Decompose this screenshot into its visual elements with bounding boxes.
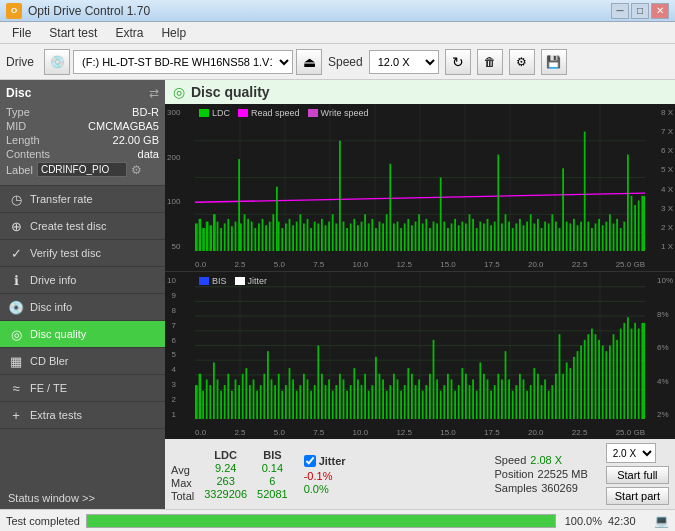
svg-rect-22 bbox=[224, 223, 226, 251]
sidebar-item-disc-quality[interactable]: ◎ Disc quality bbox=[0, 321, 165, 348]
svg-rect-70 bbox=[393, 223, 395, 251]
maximize-button[interactable]: □ bbox=[631, 3, 649, 19]
sidebar-item-cd-bler[interactable]: ▦ CD Bler bbox=[0, 348, 165, 375]
sidebar-item-label: Verify test disc bbox=[30, 247, 157, 259]
svg-rect-127 bbox=[598, 219, 600, 251]
disc-label-input[interactable] bbox=[37, 162, 127, 177]
ldc-max: 263 bbox=[204, 475, 247, 487]
fe-te-icon: ≈ bbox=[8, 380, 24, 396]
svg-rect-277 bbox=[623, 323, 625, 419]
jitter-checkbox[interactable] bbox=[304, 455, 316, 467]
svg-rect-126 bbox=[595, 223, 597, 251]
svg-rect-139 bbox=[641, 196, 645, 251]
svg-rect-251 bbox=[530, 385, 532, 419]
svg-rect-23 bbox=[227, 219, 229, 251]
time-display: 42:30 bbox=[608, 515, 648, 527]
svg-rect-61 bbox=[361, 222, 363, 251]
svg-rect-112 bbox=[544, 222, 546, 251]
svg-rect-93 bbox=[476, 228, 478, 251]
svg-rect-137 bbox=[634, 205, 636, 251]
status-window-label: Status window >> bbox=[8, 492, 95, 504]
y-axis-right-bottom: 10% 8% 6% 4% 2% bbox=[657, 276, 673, 419]
svg-rect-210 bbox=[382, 379, 384, 419]
sidebar-item-extra-tests[interactable]: + Extra tests bbox=[0, 402, 165, 429]
menu-help[interactable]: Help bbox=[153, 24, 194, 42]
jitter-col-header: Jitter bbox=[319, 455, 346, 467]
drive-select[interactable]: (F:) HL-DT-ST BD-RE WH16NS58 1.V1 bbox=[73, 50, 293, 74]
sidebar-item-label: Create test disc bbox=[30, 220, 157, 232]
svg-rect-50 bbox=[321, 219, 323, 251]
svg-rect-269 bbox=[595, 334, 597, 419]
svg-rect-181 bbox=[278, 374, 280, 419]
svg-rect-195 bbox=[328, 379, 330, 419]
menu-start-test[interactable]: Start test bbox=[41, 24, 105, 42]
erase-button[interactable]: 🗑 bbox=[477, 49, 503, 75]
disc-panel-arrow[interactable]: ⇄ bbox=[149, 86, 159, 100]
svg-rect-55 bbox=[339, 141, 341, 251]
disc-mid-value: CMCMAGBA5 bbox=[88, 120, 159, 132]
svg-rect-89 bbox=[461, 222, 463, 251]
svg-rect-231 bbox=[458, 385, 460, 419]
svg-rect-138 bbox=[638, 200, 640, 251]
start-part-button[interactable]: Start part bbox=[606, 487, 669, 505]
svg-rect-165 bbox=[220, 391, 222, 419]
svg-rect-119 bbox=[569, 223, 571, 251]
write-speed-legend-box bbox=[308, 109, 318, 117]
svg-rect-264 bbox=[577, 351, 579, 419]
save-button[interactable]: 💾 bbox=[541, 49, 567, 75]
close-button[interactable]: ✕ bbox=[651, 3, 669, 19]
svg-rect-233 bbox=[465, 374, 467, 419]
refresh-button[interactable]: ↻ bbox=[445, 49, 471, 75]
svg-rect-99 bbox=[497, 155, 499, 251]
svg-rect-260 bbox=[562, 374, 564, 419]
stats-right: Speed 2.08 X Position 22525 MB Samples 3… bbox=[494, 454, 587, 494]
speed-select[interactable]: 12.0 X bbox=[369, 50, 439, 74]
stats-labels-col: Avg Max Total bbox=[171, 447, 194, 502]
svg-rect-230 bbox=[454, 391, 456, 419]
sidebar-item-transfer-rate[interactable]: ◷ Transfer rate bbox=[0, 186, 165, 213]
svg-rect-30 bbox=[251, 222, 253, 251]
svg-rect-107 bbox=[526, 222, 528, 251]
svg-rect-128 bbox=[602, 225, 604, 251]
sidebar-item-fe-te[interactable]: ≈ FE / TE bbox=[0, 375, 165, 402]
svg-rect-26 bbox=[238, 159, 240, 251]
menu-file[interactable]: File bbox=[4, 24, 39, 42]
svg-rect-249 bbox=[523, 379, 525, 419]
svg-rect-238 bbox=[483, 374, 485, 419]
svg-rect-273 bbox=[609, 346, 611, 420]
speed-select-stats[interactable]: 2.0 X bbox=[606, 443, 656, 463]
disc-label-icon[interactable]: ⚙ bbox=[131, 163, 142, 177]
status-window-button[interactable]: Status window >> bbox=[0, 487, 165, 509]
svg-rect-207 bbox=[371, 385, 373, 419]
svg-rect-212 bbox=[389, 385, 391, 419]
svg-rect-85 bbox=[447, 228, 449, 251]
svg-rect-159 bbox=[199, 374, 202, 419]
svg-rect-160 bbox=[202, 391, 204, 419]
svg-rect-124 bbox=[587, 222, 589, 251]
svg-rect-265 bbox=[580, 346, 582, 420]
menu-extra[interactable]: Extra bbox=[107, 24, 151, 42]
svg-rect-199 bbox=[343, 379, 345, 419]
jitter-avg: -0.1% bbox=[304, 470, 346, 482]
svg-rect-262 bbox=[569, 368, 571, 419]
sidebar-item-disc-info[interactable]: 💿 Disc info bbox=[0, 294, 165, 321]
ldc-legend-label: LDC bbox=[212, 108, 230, 118]
svg-rect-267 bbox=[587, 334, 589, 419]
charts-area: LDC Read speed Write speed 300 200 10 bbox=[165, 104, 675, 439]
svg-rect-84 bbox=[443, 222, 445, 251]
sidebar-item-create-test-disc[interactable]: ⊕ Create test disc bbox=[0, 213, 165, 240]
eject-button[interactable]: ⏏ bbox=[296, 49, 322, 75]
svg-rect-229 bbox=[451, 379, 453, 419]
sidebar-item-verify-test-disc[interactable]: ✓ Verify test disc bbox=[0, 240, 165, 267]
svg-rect-79 bbox=[425, 219, 427, 251]
disc-length-label: Length bbox=[6, 134, 40, 146]
settings-button[interactable]: ⚙ bbox=[509, 49, 535, 75]
svg-rect-219 bbox=[415, 385, 417, 419]
start-full-button[interactable]: Start full bbox=[606, 466, 669, 484]
svg-rect-108 bbox=[530, 214, 532, 251]
sidebar-item-drive-info[interactable]: ℹ Drive info bbox=[0, 267, 165, 294]
minimize-button[interactable]: ─ bbox=[611, 3, 629, 19]
svg-rect-235 bbox=[472, 379, 474, 419]
svg-rect-66 bbox=[379, 222, 381, 251]
svg-rect-87 bbox=[454, 219, 456, 251]
